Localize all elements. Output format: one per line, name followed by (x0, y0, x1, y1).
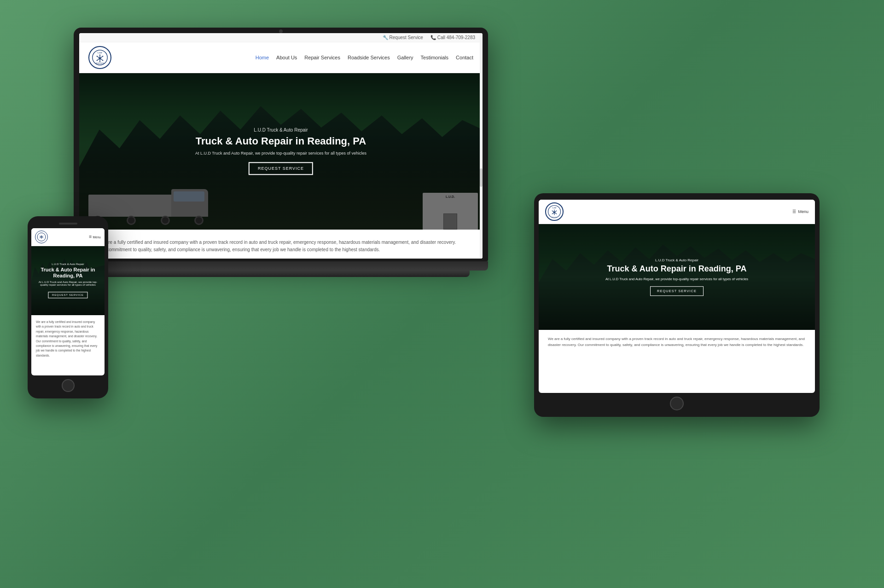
tablet-outer: L.U.D MOHNTON PA ☰ Menu (534, 193, 820, 417)
svg-text:L.U.D: L.U.D (552, 207, 557, 209)
phone-hero-description: At L.U.D Truck and Auto Repair, we provi… (35, 281, 101, 287)
wrench-icon: 🔧 (383, 35, 388, 40)
tablet-hero: L.U.D Truck & Auto Repair Truck & Auto R… (539, 224, 815, 330)
hero-title: Truck & Auto Repair in Reading, PA (99, 135, 462, 147)
phone-screen: ☰ Menu L.U.D Truck & Auto Repair Truck &… (31, 228, 105, 375)
laptop-hero-content: L.U.D Truck & Auto Repair Truck & Auto R… (99, 127, 462, 175)
tablet-header: L.U.D MOHNTON PA ☰ Menu (539, 200, 815, 224)
tablet-hero-subtitle: L.U.D Truck & Auto Repair (552, 258, 801, 262)
tablet-menu-button[interactable]: ☰ Menu (792, 209, 808, 214)
tablet-hero-content: L.U.D Truck & Auto Repair Truck & Auto R… (552, 258, 801, 296)
tablet-hero-title: Truck & Auto Repair in Reading, PA (552, 264, 801, 274)
scrollbar-thumb[interactable] (480, 168, 483, 187)
phone-device: ☰ Menu L.U.D Truck & Auto Repair Truck &… (28, 216, 108, 398)
laptop-scrollbar[interactable] (480, 33, 483, 259)
svg-text:L.U.D: L.U.D (98, 52, 102, 54)
hamburger-icon: ☰ (792, 209, 796, 214)
phone-hero: L.U.D Truck & Auto Repair Truck & Auto R… (31, 246, 105, 315)
laptop-header: L.U.D MOHNTON PA (79, 42, 483, 73)
svg-text:MOHNTON PA: MOHNTON PA (96, 63, 104, 64)
svg-point-10 (102, 56, 103, 57)
phone-header: ☰ Menu (31, 228, 105, 246)
phone-logo (35, 231, 48, 243)
laptop-foot (92, 271, 470, 277)
hero-request-button[interactable]: REQUEST SERVICE (249, 162, 313, 175)
tablet-device: L.U.D MOHNTON PA ☰ Menu (534, 193, 820, 417)
phone-home-button[interactable] (62, 379, 75, 392)
svg-point-9 (97, 56, 98, 57)
tablet-hero-description: At L.U.D Truck and Auto Repair, we provi… (552, 277, 801, 281)
phone-about-text: We are a fully certified and insured com… (36, 320, 100, 358)
laptop-topbar: 🔧 Request Service 📞 Call 484-709-2283 (79, 33, 483, 42)
phone-speaker (59, 223, 77, 225)
nav-contact[interactable]: Contact (456, 55, 473, 60)
svg-point-7 (99, 55, 100, 56)
phone-hero-subtitle: L.U.D Truck & Auto Repair (35, 263, 101, 265)
phone-outer: ☰ Menu L.U.D Truck & Auto Repair Truck &… (28, 216, 108, 398)
hero-description: At L.U.D Truck and Auto Repair, we provi… (99, 151, 462, 156)
phone-hamburger-icon: ☰ (89, 235, 92, 239)
svg-point-12 (102, 60, 103, 61)
nav-about[interactable]: About Us (276, 55, 297, 60)
laptop-about-text: We are a fully certified and insured com… (98, 239, 464, 254)
phone-about-section: We are a fully certified and insured com… (31, 315, 105, 363)
phone-hero-content: L.U.D Truck & Auto Repair Truck & Auto R… (35, 263, 101, 298)
phone-hero-button[interactable]: REQUEST SERVICE (48, 292, 88, 299)
laptop-device: 🔧 Request Service 📞 Call 484-709-2283 L.… (74, 28, 488, 277)
laptop-base (74, 261, 488, 271)
nav-repair[interactable]: Repair Services (304, 55, 340, 60)
phone-icon: 📞 (430, 35, 436, 40)
laptop-nav: Home About Us Repair Services Roadside S… (256, 55, 473, 60)
tablet-logo: L.U.D MOHNTON PA (545, 202, 564, 221)
laptop-camera (279, 29, 283, 33)
phone-menu-button[interactable]: ☰ Menu (89, 235, 101, 239)
svg-point-11 (97, 60, 98, 61)
svg-point-8 (99, 61, 100, 62)
tablet-hero-button[interactable]: REQUEST SERVICE (650, 286, 704, 296)
laptop-about-section: We are a fully certified and insured com… (79, 230, 483, 259)
phone-link[interactable]: 📞 Call 484-709-2283 (430, 35, 475, 40)
tablet-about-section: We are a fully certified and insured com… (539, 330, 815, 355)
tablet-home-button[interactable] (670, 397, 684, 410)
hero-subtitle: L.U.D Truck & Auto Repair (99, 127, 462, 133)
nav-home[interactable]: Home (256, 55, 269, 60)
laptop-screen-outer: 🔧 Request Service 📞 Call 484-709-2283 L.… (74, 28, 488, 261)
tablet-screen: L.U.D MOHNTON PA ☰ Menu (539, 200, 815, 393)
nav-testimonials[interactable]: Testimonials (421, 55, 449, 60)
tablet-about-text: We are a fully certified and insured com… (548, 336, 806, 348)
laptop-hero: L.U.D Truck & Auto Repair Truck & Auto R… (79, 73, 483, 230)
nav-roadside[interactable]: Roadside Services (348, 55, 390, 60)
request-service-link[interactable]: 🔧 Request Service (383, 35, 423, 40)
nav-gallery[interactable]: Gallery (397, 55, 413, 60)
phone-hero-title: Truck & Auto Repair in Reading, PA (35, 267, 101, 279)
laptop-screen-inner: 🔧 Request Service 📞 Call 484-709-2283 L.… (79, 33, 483, 259)
laptop-logo: L.U.D MOHNTON PA (88, 46, 111, 69)
